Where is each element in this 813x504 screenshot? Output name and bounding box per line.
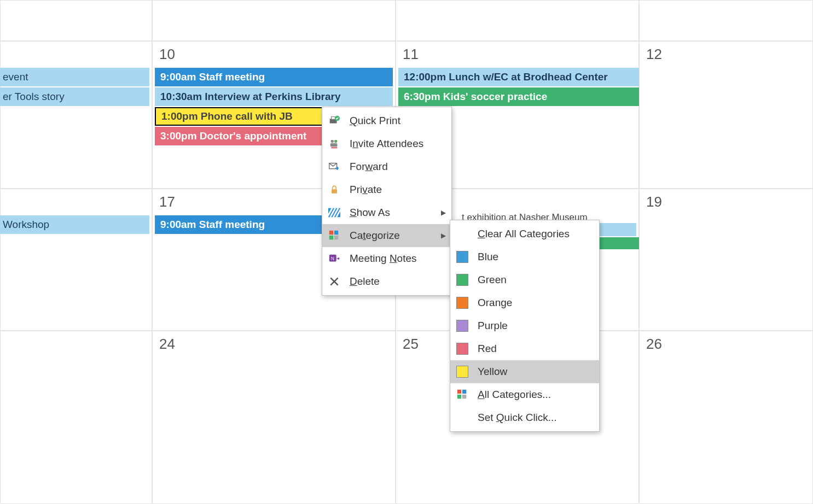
calendar-event[interactable]: 10:30am Interview at Perkins Library <box>155 87 393 106</box>
submenu-category-orange[interactable]: Orange <box>450 291 599 314</box>
day-number: 19 <box>640 189 812 215</box>
day-cell[interactable]: event er Tools story <box>0 41 152 189</box>
menu-label: Meeting Notes <box>350 253 417 265</box>
forward-icon <box>327 159 342 174</box>
day-number: 11 <box>396 42 638 67</box>
menu-label: Set Quick Click... <box>478 412 557 424</box>
svg-rect-1 <box>332 117 335 120</box>
submenu-clear-categories[interactable]: Clear All Categories <box>450 222 599 245</box>
menu-meeting-notes[interactable]: N Meeting Notes <box>322 247 451 270</box>
menu-invite-attendees[interactable]: Invite Attendees <box>322 132 451 155</box>
onenote-icon: N <box>327 251 342 266</box>
svg-rect-18 <box>457 395 461 398</box>
printer-check-icon <box>327 113 342 128</box>
lock-icon <box>327 182 342 197</box>
submenu-category-red[interactable]: Red <box>450 337 599 360</box>
color-swatch-green <box>455 272 470 288</box>
menu-label: Quick Print <box>350 115 400 127</box>
svg-rect-16 <box>457 390 461 394</box>
svg-rect-10 <box>329 231 333 235</box>
blank-icon <box>455 226 470 242</box>
submenu-category-blue[interactable]: Blue <box>450 245 599 268</box>
menu-categorize[interactable]: Categorize ▶ <box>322 224 451 247</box>
categorize-submenu: Clear All Categories Blue Green Orange P… <box>450 220 600 432</box>
day-cell[interactable] <box>0 331 152 504</box>
svg-rect-8 <box>332 189 337 194</box>
calendar-event[interactable]: 9:00am Staff meeting <box>155 68 393 86</box>
delete-icon <box>327 274 342 289</box>
submenu-category-purple[interactable]: Purple <box>450 314 599 337</box>
svg-point-3 <box>331 140 334 143</box>
day-number: 24 <box>153 331 395 357</box>
svg-rect-11 <box>334 231 338 235</box>
calendar-event[interactable]: Workshop <box>0 215 149 234</box>
submenu-category-yellow[interactable]: Yellow <box>450 360 599 383</box>
weekday-header <box>396 0 639 41</box>
weekday-header <box>639 0 813 41</box>
menu-label: Private <box>350 184 382 196</box>
day-cell[interactable]: 19 <box>639 189 813 331</box>
menu-label: Orange <box>478 297 512 309</box>
day-number: 26 <box>640 331 812 357</box>
weekday-header <box>152 0 396 41</box>
categories-icon <box>455 387 470 402</box>
day-number: 10 <box>153 42 395 67</box>
svg-rect-5 <box>330 143 338 146</box>
menu-label: Blue <box>478 251 498 263</box>
color-swatch-red <box>455 341 470 356</box>
calendar-event[interactable]: event <box>0 68 149 86</box>
menu-label: Yellow <box>478 366 507 378</box>
weekday-header <box>0 0 152 41</box>
day-cell[interactable]: 12 <box>639 41 813 189</box>
busy-icon <box>327 205 342 220</box>
menu-label: All Categories... <box>478 389 551 401</box>
color-swatch-blue <box>455 249 470 265</box>
svg-rect-13 <box>334 236 338 239</box>
day-cell[interactable]: 26 <box>639 331 813 504</box>
blank-icon <box>455 410 470 425</box>
day-number: 12 <box>640 42 812 67</box>
svg-rect-12 <box>329 236 333 239</box>
submenu-category-green[interactable]: Green <box>450 268 599 291</box>
color-swatch-yellow <box>455 364 470 379</box>
menu-show-as[interactable]: Show As ▶ <box>322 201 451 224</box>
menu-label: Categorize <box>350 230 400 242</box>
menu-quick-print[interactable]: Quick Print <box>322 109 451 132</box>
menu-label: Delete <box>350 276 380 288</box>
menu-label: Green <box>478 274 507 286</box>
context-menu: Quick Print Invite Attendees Forward Pri… <box>322 107 452 296</box>
svg-rect-19 <box>462 395 466 398</box>
menu-label: Purple <box>478 320 508 332</box>
svg-text:N: N <box>331 256 335 261</box>
submenu-arrow-icon: ▶ <box>441 232 446 239</box>
submenu-all-categories[interactable]: All Categories... <box>450 383 599 406</box>
submenu-arrow-icon: ▶ <box>441 209 446 216</box>
attendees-icon <box>327 136 342 151</box>
svg-rect-17 <box>462 390 466 394</box>
menu-label: Invite Attendees <box>350 138 423 150</box>
menu-label: Clear All Categories <box>478 228 570 240</box>
day-cell[interactable]: Workshop <box>0 189 152 331</box>
calendar-event[interactable]: er Tools story <box>0 87 149 106</box>
menu-forward[interactable]: Forward <box>322 155 451 178</box>
svg-rect-6 <box>332 147 338 148</box>
calendar-event[interactable]: 12:00pm Lunch w/EC at Brodhead Center <box>398 68 647 86</box>
calendar-event[interactable]: 6:30pm Kids' soccer practice <box>398 87 647 106</box>
categories-icon <box>327 228 342 243</box>
submenu-set-quick-click[interactable]: Set Quick Click... <box>450 406 599 429</box>
color-swatch-purple <box>455 318 470 333</box>
menu-private[interactable]: Private <box>322 178 451 201</box>
menu-label: Forward <box>350 161 388 173</box>
menu-delete[interactable]: Delete <box>322 270 451 293</box>
menu-label: Show As <box>350 207 390 219</box>
day-cell[interactable]: 24 <box>152 331 396 504</box>
svg-point-4 <box>334 140 338 143</box>
color-swatch-orange <box>455 295 470 310</box>
menu-label: Red <box>478 343 497 355</box>
